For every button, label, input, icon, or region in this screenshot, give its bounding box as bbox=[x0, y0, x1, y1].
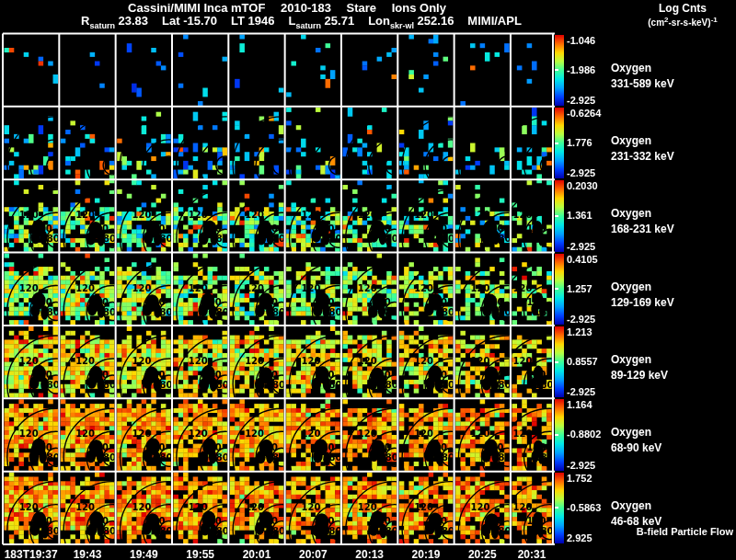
eph-l: Lsaturn 25.71 bbox=[289, 14, 355, 28]
scale-mid-row-7: -0.5863 bbox=[567, 502, 601, 513]
scale-top-row-3: 0.2030 bbox=[567, 180, 598, 191]
energy-species: Oxygen bbox=[611, 426, 661, 439]
scale-mid-row-1: -1.986 bbox=[567, 64, 595, 75]
energy-range: 231-332 keV bbox=[611, 150, 674, 163]
energy-range: 331-589 keV bbox=[611, 77, 674, 90]
eph-lon: Lonskr-wl 252.16 bbox=[368, 14, 454, 28]
eph-lt: LT 1946 bbox=[231, 14, 274, 28]
bfield-flow-label: B-field Particle Flow bbox=[637, 526, 733, 537]
energy-label-row-4: Oxygen129-169 keV bbox=[611, 280, 674, 309]
energy-label-row-2: Oxygen231-332 keV bbox=[611, 134, 674, 163]
energy-species: Oxygen bbox=[611, 353, 668, 366]
colorbar-mid-tick-row-6 bbox=[555, 434, 558, 436]
eph-lat: Lat -15.70 bbox=[162, 14, 217, 28]
scale-bottom-row-3: -2.925 bbox=[567, 241, 595, 252]
units-denominator: (cm2-sr-s-keV)-1 bbox=[633, 17, 732, 29]
colorbar-units: Log Cnts (cm2-sr-s-keV)-1 bbox=[633, 3, 732, 28]
energy-species: Oxygen bbox=[611, 280, 674, 293]
colorbar-mid-tick-row-7 bbox=[555, 507, 558, 509]
title-date: 2010-183 bbox=[281, 2, 331, 15]
plot-title: Cassini/MIMI Inca mTOF 2010-183 Stare Io… bbox=[0, 2, 574, 15]
inca-spectrogram-page: Cassini/MIMI Inca mTOF 2010-183 Stare Io… bbox=[0, 0, 736, 560]
energy-label-row-5: Oxygen89-129 keV bbox=[611, 353, 668, 382]
colorbar-mid-tick-row-5 bbox=[555, 361, 558, 363]
scale-top-row-1: -1.046 bbox=[567, 35, 595, 46]
scale-bottom-row-1: -2.925 bbox=[567, 95, 595, 106]
energy-species: Oxygen bbox=[611, 62, 674, 74]
scale-bottom-row-2: -2.925 bbox=[567, 167, 595, 178]
scale-mid-row-2: 1.776 bbox=[567, 137, 592, 148]
scale-bottom-row-4: -2.925 bbox=[567, 314, 595, 325]
energy-label-row-3: Oxygen168-231 keV bbox=[611, 207, 674, 235]
eph-mimiapl: MIMI/APL bbox=[467, 14, 522, 28]
colorbar-mid-tick-row-4 bbox=[555, 288, 558, 290]
scale-top-row-2: -0.6264 bbox=[567, 108, 601, 119]
energy-label-row-1: Oxygen331-589 keV bbox=[611, 62, 674, 90]
energy-range: 168-231 keV bbox=[611, 223, 674, 235]
scale-top-row-6: 1.164 bbox=[567, 399, 592, 410]
scale-mid-row-4: 1.257 bbox=[567, 283, 592, 294]
energy-label-row-7: Oxygen46-68 keV bbox=[611, 499, 661, 528]
energy-label-row-6: Oxygen68-90 keV bbox=[611, 426, 661, 454]
title-mode: Stare bbox=[347, 2, 377, 15]
scale-top-row-4: 0.4105 bbox=[567, 254, 598, 265]
energy-range: 89-129 keV bbox=[611, 369, 668, 382]
ephemeris-line: Rsaturn 23.83Lat -15.70LT 1946Lsaturn 25… bbox=[81, 15, 535, 30]
energy-range: 129-169 keV bbox=[611, 296, 674, 309]
scale-mid-row-3: 1.361 bbox=[567, 210, 592, 221]
energy-species: Oxygen bbox=[611, 207, 674, 220]
title-instrument: Cassini/MIMI Inca mTOF bbox=[128, 2, 265, 15]
colorbar-mid-tick-row-2 bbox=[555, 143, 558, 144]
scale-mid-row-6: -0.8802 bbox=[567, 429, 601, 440]
colorbar-mid-tick-row-1 bbox=[555, 69, 558, 71]
scale-bottom-row-7: 2.925 bbox=[567, 532, 592, 543]
eph-r: Rsaturn 23.83 bbox=[81, 14, 148, 28]
time-label-10: 20:31 bbox=[490, 548, 573, 560]
scale-mid-row-5: 0.8557 bbox=[567, 356, 598, 367]
scale-top-row-7: 1.752 bbox=[567, 473, 592, 484]
units-log-cnts: Log Cnts bbox=[633, 3, 732, 15]
energy-species: Oxygen bbox=[611, 499, 661, 512]
scale-bottom-row-5: -2.925 bbox=[567, 386, 595, 397]
colorbar-mid-tick-row-3 bbox=[555, 215, 558, 217]
title-species-mode: Ions Only bbox=[392, 2, 446, 15]
energy-species: Oxygen bbox=[611, 134, 674, 147]
scale-top-row-5: 1.213 bbox=[567, 326, 592, 337]
energy-range: 68-90 keV bbox=[611, 441, 661, 454]
scale-bottom-row-6: -2.925 bbox=[567, 460, 595, 471]
